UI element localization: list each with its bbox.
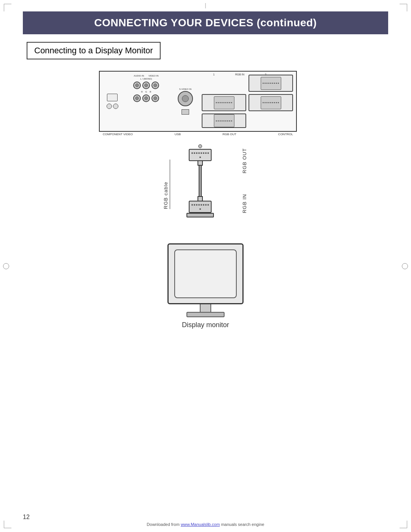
cable-diagram-wrapper: RGB cable: [156, 144, 255, 236]
cable-assembly: [186, 144, 214, 217]
component-video-label: COMPONENT VIDEO: [103, 133, 133, 136]
port-dot: [278, 102, 279, 103]
monitor-illustration: Display monitor: [167, 243, 244, 329]
device-panel: AUDIO-IN VIDEO IN L / (MONO) R G B: [99, 71, 297, 132]
pin: [207, 204, 209, 206]
port-dot: [218, 102, 219, 103]
rgb-port-inner-2: [214, 96, 234, 109]
rgb-port-out-1: [249, 94, 293, 111]
port-dot: [272, 102, 273, 103]
pin: [205, 204, 207, 206]
pin: [205, 152, 207, 154]
monitor-outer: [167, 243, 244, 304]
pin: [191, 204, 193, 206]
panel-circle-1: [107, 104, 112, 109]
side-mark-right: [402, 263, 408, 269]
port-dot: [218, 120, 219, 121]
av-circle-3: [151, 81, 159, 89]
pin: [198, 152, 200, 154]
panel-circle-2: [113, 104, 118, 109]
port-1-label: 1: [213, 73, 215, 76]
panel-slot: [107, 94, 118, 101]
footer-text: Downloaded from: [147, 522, 180, 527]
control-label: CONTROL: [278, 133, 293, 136]
rgb-port-in-1: [249, 75, 293, 92]
av-circle-1: [133, 81, 141, 89]
port-dot: [223, 102, 225, 103]
footer-suffix: manuals search engine: [221, 522, 264, 527]
right-circle: [402, 263, 408, 269]
audio-in-label: AUDIO-IN VIDEO IN: [123, 75, 169, 77]
cable-line: [199, 166, 202, 196]
port-dot: [225, 102, 226, 103]
component-label-small: R G B: [123, 91, 169, 93]
page-container: CONNECTING YOUR DEVICES (continued) Conn…: [0, 0, 411, 532]
port-dot: [276, 83, 277, 84]
av-top-row: [123, 81, 169, 89]
pin: [201, 204, 202, 206]
port-dot: [263, 83, 264, 84]
port-dot: [274, 83, 275, 84]
av-circle-4: [133, 94, 141, 102]
pin: [198, 204, 200, 206]
port-dot: [272, 83, 273, 84]
port-dot: [268, 102, 269, 103]
monitor-neck: [200, 304, 211, 312]
port-dot: [231, 120, 232, 121]
connector-bottom-body: [189, 201, 212, 213]
rgb-port-inner-control: [214, 114, 234, 127]
footer-link[interactable]: www.Manualslib.com: [181, 522, 220, 527]
port-dot: [270, 102, 271, 103]
port-dot: [227, 102, 228, 103]
port-dot: [278, 83, 279, 84]
connector-base: [186, 213, 214, 217]
port-dot: [221, 102, 223, 103]
usb-label: USB: [175, 133, 181, 136]
monitor-screen: [174, 249, 237, 298]
panel-bottom-labels: COMPONENT VIDEO USB RGB OUT CONTROL: [99, 132, 297, 137]
rgb-port-control: [202, 113, 246, 128]
port-dot: [266, 102, 268, 103]
panel-av-section: AUDIO-IN VIDEO IN L / (MONO) R G B: [123, 75, 169, 128]
av-circle-2: [142, 81, 150, 89]
rgb-port-inner-out-1: [261, 96, 281, 109]
page-footer: Downloaded from www.Manualslib.com manua…: [0, 522, 411, 527]
connector-neck-top: [198, 161, 203, 166]
port-dot: [229, 102, 230, 103]
port-dot: [216, 120, 217, 121]
port-dot: [274, 102, 275, 103]
port-dot: [225, 120, 226, 121]
port-dot: [263, 102, 264, 103]
pin: [191, 152, 193, 154]
section-title: Connecting to a Display Monitor: [34, 46, 153, 55]
rgb-in-label-panel: [202, 75, 246, 92]
connector-neck-bottom: [198, 196, 203, 201]
rgb-in-top-label: RGB IN: [235, 73, 244, 76]
pin: [199, 208, 201, 210]
port-dot: [227, 120, 228, 121]
pin: [203, 152, 204, 154]
port-dot: [264, 102, 266, 103]
pin: [201, 152, 202, 154]
svideo-connector: [178, 91, 193, 106]
rgb-port-in-2: [202, 94, 246, 111]
port-dot: [264, 83, 266, 84]
connector-top-body: [189, 149, 212, 161]
corner-mark-tr: [400, 4, 407, 11]
panel-right-section: [202, 75, 293, 128]
av-circle-5: [142, 94, 150, 102]
av-circle-6: [151, 94, 159, 102]
port-dot: [231, 102, 232, 103]
pin: [196, 152, 198, 154]
pin: [203, 204, 204, 206]
port-2-label: 2: [265, 73, 266, 76]
rgb-cable-label: RGB cable: [163, 160, 170, 209]
port-dot: [266, 83, 268, 84]
port-dot: [220, 102, 221, 103]
port-number-labels: 1 RGB IN 2: [213, 73, 266, 76]
section-title-box: Connecting to a Display Monitor: [27, 42, 161, 59]
tick-top: [206, 3, 206, 8]
connector-screw-top: [198, 144, 202, 148]
port-dot: [216, 102, 217, 103]
side-mark-left: [3, 263, 9, 269]
